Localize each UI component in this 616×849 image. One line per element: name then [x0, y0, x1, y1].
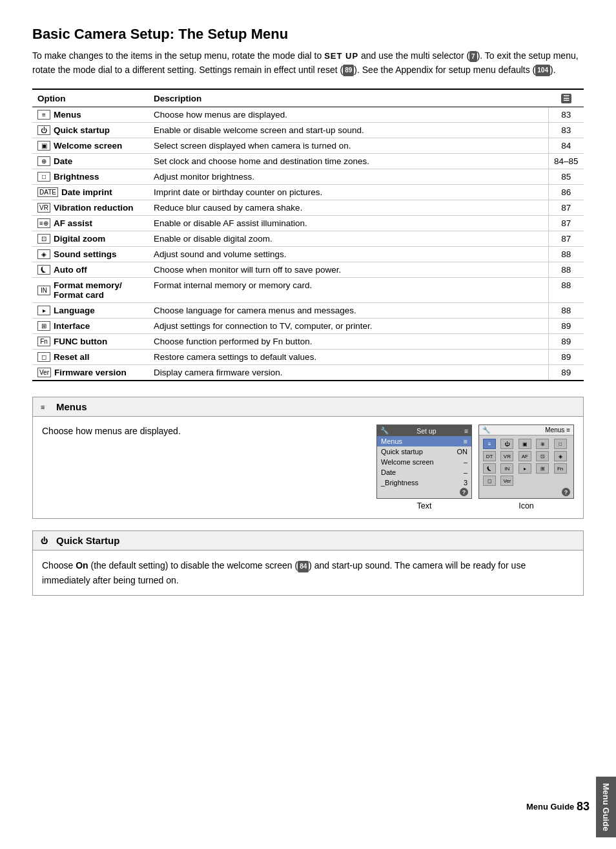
cam-row-brightness-label: _Brightness [381, 479, 418, 487]
table-row: DATEDate imprintImprint date or birthday… [32, 185, 584, 200]
text-label: Text [417, 501, 432, 510]
option-cell-12: ▸Language [32, 303, 149, 319]
text-screenshot-container: 🔧 Set up ≡ Menus ≡ Quick startup ON Welc… [376, 424, 472, 510]
option-cell-9: ◈Sound settings [32, 247, 149, 262]
option-cell-8: ⊡Digital zoom [32, 231, 149, 247]
option-cell-13: ⊞Interface [32, 319, 149, 334]
desc-cell-6: Reduce blur caused by camera shake. [149, 200, 548, 216]
desc-cell-14: Choose function performed by Fn button. [149, 334, 548, 350]
desc-cell-9: Adjust sound and volume settings. [149, 247, 548, 262]
option-label-8: Digital zoom [54, 234, 105, 244]
cam-screen-header: 🔧 Set up ≡ [377, 425, 471, 436]
table-header-pg: ☰ [548, 89, 584, 107]
intro-text-1: To make changes to the items in the setu… [32, 50, 322, 61]
option-label-15: Reset all [54, 352, 90, 362]
option-icon-13: ⊞ [37, 321, 50, 331]
menus-section-title: Menus [56, 401, 87, 412]
icon-label: Icon [518, 501, 534, 510]
option-icon-1: ⏻ [37, 125, 50, 135]
desc-cell-10: Choose when monitor will turn off to sav… [149, 262, 548, 278]
option-cell-0: ≡Menus [32, 107, 149, 123]
desc-cell-7: Enable or disable AF assist illumination… [149, 216, 548, 231]
option-cell-3: ⊕Date [32, 154, 149, 169]
menus-section-body: Choose how menus are displayed. 🔧 Set up… [33, 417, 583, 518]
option-label-2: Welcome screen [54, 141, 122, 151]
desc-cell-8: Enable or disable digital zoom. [149, 231, 548, 247]
option-icon-16: Ver [37, 368, 51, 377]
cam-header-icon: 🔧 [380, 426, 389, 435]
desc-cell-2: Select screen displayed when camera is t… [149, 138, 548, 154]
cam-row-welcome-val: – [464, 458, 467, 466]
option-label-6: Vibration reduction [54, 203, 134, 213]
option-label-4: Brightness [54, 172, 99, 182]
quick-startup-body: Choose On (the default setting) to disab… [33, 550, 583, 595]
icon-screen-header: 🔧 Menus ≡ [479, 425, 573, 435]
option-cell-7: ≡⊕AF assist [32, 216, 149, 231]
page-number: 83 [577, 800, 590, 813]
desc-cell-13: Adjust settings for connection to TV, co… [149, 319, 548, 334]
cam-row-menus: Menus ≡ [377, 436, 471, 446]
desc-cell-15: Restore camera settings to default value… [149, 350, 548, 365]
option-cell-2: ▣Welcome screen [32, 138, 149, 154]
cam-row-quick: Quick startup ON [377, 446, 471, 457]
option-cell-4: □Brightness [32, 169, 149, 185]
table-row: ▸LanguageChoose language for camera menu… [32, 303, 584, 319]
quick-startup-title: Quick Startup [56, 535, 119, 546]
option-cell-6: VRVibration reduction [32, 200, 149, 216]
grid-cell-14: ⊞ [536, 463, 549, 474]
desc-cell-4: Adjust monitor brightness. [149, 169, 548, 185]
table-header-description: Description [149, 89, 548, 107]
grid-cell-17: Ver [500, 476, 513, 486]
qs-bold: On [76, 560, 88, 571]
quick-startup-section: ⏻ Quick Startup Choose On (the default s… [32, 530, 584, 596]
qs-ref: 84 [298, 561, 309, 572]
desc-cell-12: Choose language for camera menus and mes… [149, 303, 548, 319]
cam-row-date: Date – [377, 467, 471, 477]
option-cell-16: VerFirmware version [32, 365, 149, 381]
grid-cell-6: DT [483, 451, 496, 461]
option-cell-5: DATEDate imprint [32, 185, 149, 200]
pg-cell-14: 89 [548, 334, 584, 350]
cam-header-lines: ≡ [464, 427, 468, 435]
grid-cell-16: ◻ [483, 476, 496, 486]
ref-icon-3: 104 [535, 65, 550, 76]
option-icon-3: ⊕ [37, 156, 50, 166]
option-icon-11: IN [37, 286, 50, 295]
menus-icon: ≡ [41, 403, 52, 411]
grid-cell-1: ≡ [483, 439, 496, 449]
option-icon-14: Fn [37, 337, 50, 346]
grid-cell-2: ⏻ [500, 439, 513, 449]
icon-header-title: Menus ≡ [545, 426, 570, 434]
desc-cell-0: Choose how menus are displayed. [149, 107, 548, 123]
option-cell-14: FnFUNC button [32, 334, 149, 350]
pg-cell-10: 88 [548, 262, 584, 278]
desc-cell-5: Imprint date or birthday counter on pict… [149, 185, 548, 200]
icon-header-arrow: 🔧 [482, 426, 490, 434]
option-cell-11: INFormat memory/ Format card [32, 278, 149, 303]
pg-cell-13: 89 [548, 319, 584, 334]
qs-desc1: Choose [42, 560, 73, 571]
option-icon-15: ◻ [37, 352, 50, 362]
cam-row-menus-icon: ≡ [464, 437, 467, 445]
cam-row-welcome: Welcome screen – [377, 457, 471, 467]
grid-cell-10: ◈ [554, 451, 567, 461]
table-row: INFormat memory/ Format cardFormat inter… [32, 278, 584, 303]
desc-cell-16: Display camera firmware version. [149, 365, 548, 381]
ref-icon-1: 7 [469, 51, 477, 63]
grid-cell-9: ⊡ [536, 451, 549, 461]
option-icon-0: ≡ [37, 110, 50, 120]
icon-help-icon: ? [562, 488, 570, 496]
option-label-12: Language [54, 306, 95, 315]
table-row: ⊞InterfaceAdjust settings for connection… [32, 319, 584, 334]
cam-row-date-label: Date [381, 468, 396, 476]
option-label-1: Quick startup [54, 125, 110, 135]
grid-cell-5: □ [554, 439, 567, 449]
desc-cell-1: Enable or disable welcome screen and sta… [149, 123, 548, 138]
table-row: ⏾Auto offChoose when monitor will turn o… [32, 262, 584, 278]
table-header-option: Option [32, 89, 149, 107]
option-label-16: Firmware version [54, 368, 127, 377]
cam-row-quick-val: ON [457, 448, 468, 456]
menus-section-header: ≡ Menus [33, 397, 583, 417]
option-icon-2: ▣ [37, 141, 50, 151]
option-label-10: Auto off [54, 265, 87, 275]
